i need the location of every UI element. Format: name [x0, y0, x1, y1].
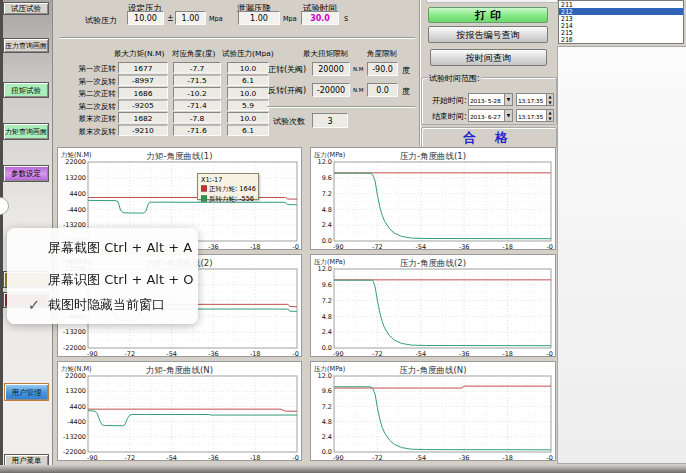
chart-plot: 12.09.67.24.82.40.0-90-72-54-36-18-0: [311, 255, 555, 356]
limit-row1-angle[interactable]: -90.0: [367, 62, 398, 76]
chart-tile-2: 压力(MPa)压力-角度曲线(1)12.09.67.24.82.40.0-90-…: [310, 147, 556, 250]
menu-item-hide-window[interactable]: ✓截图时隐藏当前窗口: [7, 297, 198, 312]
svg-text:0.0: 0.0: [322, 237, 332, 245]
limit-row2-angle[interactable]: 0.0: [367, 83, 398, 97]
svg-text:-90: -90: [333, 454, 344, 461]
sidebar-button-label: 力矩查询画面: [5, 127, 47, 136]
sidebar-button-param-set[interactable]: 参数设定: [3, 165, 49, 182]
report-list-item[interactable]: 215: [559, 29, 683, 36]
sidebar-button-torque-test[interactable]: 扭矩试验: [3, 82, 49, 98]
end-time-spinner[interactable]: 13:17:35 ▲▼: [516, 109, 554, 122]
col-header-torque: 最大力矩(N.M): [114, 49, 164, 59]
col-header-angle: 对应角度(度): [172, 49, 215, 59]
end-time-label: 结束时间:: [432, 111, 467, 122]
svg-text:0.0: 0.0: [322, 344, 332, 352]
end-time-value: 13:17:35: [518, 113, 543, 120]
result-cell-torque: 1686: [118, 87, 168, 99]
end-date-value: 2013- 6-27: [470, 113, 500, 120]
end-date-combo[interactable]: 2013- 6-27 ▼: [468, 109, 513, 122]
print-button[interactable]: 打 印: [428, 7, 548, 23]
start-time-spinner[interactable]: 13:17:35 ▲▼: [516, 93, 554, 106]
result-cell-angle: -7.8: [173, 112, 221, 124]
svg-text:22000: 22000: [65, 372, 86, 380]
angle-limit-header: 角度限制: [367, 49, 397, 59]
chart-plot: 12.09.67.24.82.40.0-90-72-54-36-18-0: [311, 148, 555, 249]
svg-text:-22000: -22000: [63, 344, 86, 352]
sidebar-button-label: 用户管理: [12, 387, 42, 397]
leak-drop-input[interactable]: 1.00: [238, 11, 280, 25]
sidebar-button-pressure-test[interactable]: 试压试验: [3, 2, 49, 15]
sidebar-button-user-manage[interactable]: 用户管理: [4, 383, 49, 401]
sidebar-button-label: 扭矩试验: [11, 85, 41, 95]
test-time-input[interactable]: 30.0: [301, 11, 339, 25]
separator-limits: [267, 106, 415, 108]
svg-text:-54: -54: [415, 243, 426, 250]
report-list-item[interactable]: 216: [559, 36, 683, 43]
query-by-report-button[interactable]: 按报告编号查询: [428, 26, 548, 43]
sidebar-notch[interactable]: [0, 197, 9, 215]
test-pressure-tolerance-input[interactable]: 1.00: [175, 11, 206, 25]
report-list-item[interactable]: 211: [559, 1, 683, 8]
svg-text:-22000: -22000: [63, 448, 86, 456]
report-list-item[interactable]: 213: [559, 15, 683, 22]
svg-text:-54: -54: [415, 350, 426, 357]
svg-text:4.8: 4.8: [322, 206, 332, 214]
result-cell-pressure: 10.0: [227, 87, 269, 99]
test-count-input[interactable]: 3: [312, 113, 348, 128]
report-listbox[interactable]: 211212213214215216: [558, 0, 684, 44]
svg-text:7.2: 7.2: [322, 297, 332, 305]
result-cell-pressure: 10.0: [227, 62, 269, 74]
chart-plot: 22000132004400-4400-13200-22000-90-72-54…: [58, 362, 301, 460]
test-pressure-label: 试验压力: [85, 15, 117, 26]
report-list-item[interactable]: 212: [559, 8, 683, 15]
start-date-combo[interactable]: 2013- 5-28 ▼: [468, 93, 513, 106]
unit-mpa-1: Mpa: [209, 15, 223, 23]
chart-tooltip: X1:-17 正转力矩: 1646 反转力矩: -556: [197, 173, 259, 200]
result-cell-pressure: 10.0: [227, 112, 269, 124]
end-time-spin-icons[interactable]: ▲▼: [546, 110, 553, 121]
svg-text:-90: -90: [333, 350, 344, 357]
result-row-label: 第一次正转: [58, 64, 116, 74]
end-date-dropdown-icon[interactable]: ▼: [504, 110, 512, 121]
query-by-time-button[interactable]: 按时间查询: [430, 49, 547, 66]
result-cell-torque: -8997: [118, 75, 168, 87]
report-list-item[interactable]: 214: [559, 22, 683, 29]
svg-text:-72: -72: [124, 350, 135, 357]
svg-text:-0: -0: [547, 454, 553, 461]
tooltip-fwd: 正转力矩: 1646: [201, 184, 258, 193]
result-cell-pressure: 6.1: [227, 125, 269, 137]
svg-text:-18: -18: [250, 243, 261, 250]
svg-text:4400: 4400: [69, 403, 86, 411]
limit-row1-torque[interactable]: 20000: [312, 62, 350, 76]
svg-text:-4400: -4400: [67, 206, 86, 214]
result-label: 合 格: [463, 129, 515, 147]
tooltip-x: X1:-17: [201, 176, 258, 184]
sidebar-button-pressure-query[interactable]: 压力查询画面: [3, 38, 49, 53]
start-time-spin-icons[interactable]: ▲▼: [546, 94, 553, 105]
menu-item-screenshot[interactable]: 屏幕截图 Ctrl + Alt + A: [7, 240, 198, 255]
svg-text:-36: -36: [459, 350, 470, 357]
svg-text:-90: -90: [87, 454, 98, 461]
menu-item-ocr[interactable]: 屏幕识图 Ctrl + Alt + O: [7, 272, 198, 287]
svg-text:4.8: 4.8: [322, 313, 332, 321]
unit-mpa-2: Mpa: [283, 15, 297, 23]
svg-text:-72: -72: [124, 454, 135, 461]
result-cell-torque: 1682: [118, 112, 168, 124]
sidebar-edge: [0, 0, 3, 473]
fwd-swatch-icon: [201, 186, 207, 192]
result-row-label: 第二次反转: [58, 102, 116, 112]
rev-swatch-icon: [201, 196, 207, 202]
limit-row2-torque[interactable]: -20000: [312, 83, 350, 97]
limit-row1-torque-unit: N.M: [353, 66, 364, 73]
svg-text:-36: -36: [208, 350, 219, 357]
sidebar-button-torque-query[interactable]: 力矩查询画面: [3, 123, 49, 140]
svg-text:9.6: 9.6: [322, 281, 332, 289]
svg-text:-36: -36: [208, 454, 219, 461]
tooltip-rev-text: 反转力矩: -556: [209, 194, 254, 203]
unit-s: S: [344, 15, 348, 23]
start-date-dropdown-icon[interactable]: ▼: [504, 94, 512, 105]
svg-text:4400: 4400: [69, 190, 86, 198]
svg-text:2.4: 2.4: [322, 328, 332, 336]
start-time-label: 开始时间:: [432, 95, 467, 106]
test-pressure-input[interactable]: 10.00: [127, 11, 164, 25]
